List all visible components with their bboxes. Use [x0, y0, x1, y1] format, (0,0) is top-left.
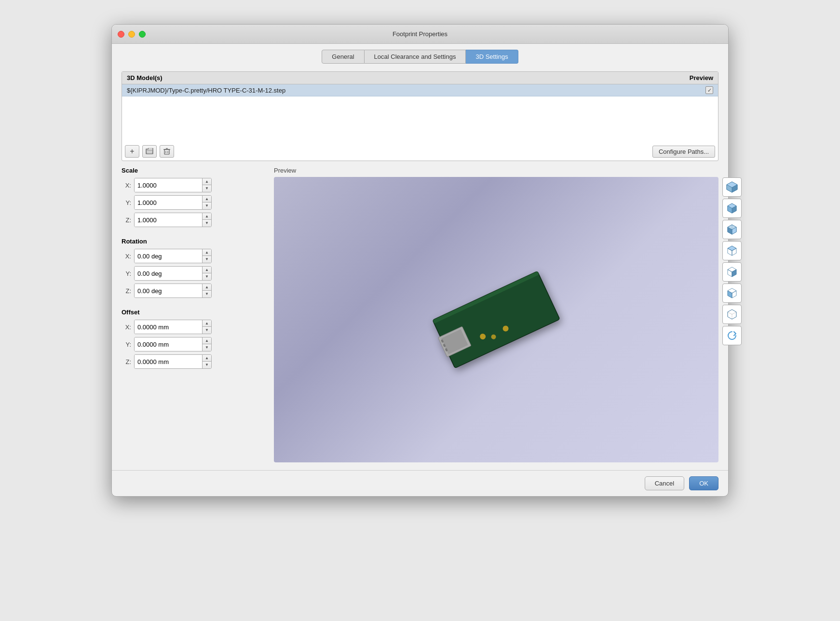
- tab-3d-settings[interactable]: 3D Settings: [466, 50, 518, 64]
- offset-x-up[interactable]: ▲: [203, 320, 211, 327]
- back-iso-cube-icon: [726, 223, 738, 236]
- svg-marker-32: [732, 270, 736, 277]
- scale-y-input[interactable]: [135, 196, 202, 209]
- offset-x-spinner: ▲ ▼: [202, 320, 211, 334]
- folder-icon: [146, 148, 153, 155]
- scale-y-label: Y:: [122, 199, 131, 206]
- preview-panel: Preview: [274, 167, 718, 462]
- dialog-footer: Cancel OK: [112, 470, 728, 496]
- offset-y-up[interactable]: ▲: [203, 338, 211, 344]
- preview-viewport[interactable]: [274, 177, 718, 462]
- offset-z-label: Z:: [122, 358, 131, 365]
- rotation-z-up[interactable]: ▲: [203, 284, 211, 291]
- models-list: ${KIPRJMOD}/Type-C.pretty/HRO TYPE-C-31-…: [122, 84, 718, 142]
- open-folder-button[interactable]: [142, 145, 157, 158]
- scale-y-input-wrap: ▲ ▼: [134, 195, 212, 210]
- offset-z-up[interactable]: ▲: [203, 355, 211, 362]
- view-left-button[interactable]: [722, 284, 742, 303]
- offset-x-input[interactable]: [135, 320, 202, 334]
- rotation-x-down[interactable]: ▼: [203, 256, 211, 263]
- rotation-z-row: Z: ▲ ▼: [122, 284, 266, 298]
- tab-local-clearance[interactable]: Local Clearance and Settings: [365, 50, 466, 64]
- tab-general[interactable]: General: [322, 50, 364, 64]
- rotation-y-down[interactable]: ▼: [203, 273, 211, 280]
- svg-marker-33: [728, 270, 732, 277]
- scale-label: Scale: [122, 167, 266, 174]
- params-panel: Scale X: ▲ ▼ Y:: [122, 167, 266, 462]
- scale-x-spinner: ▲ ▼: [202, 178, 211, 192]
- model-visibility-checkbox[interactable]: ✓: [705, 86, 713, 94]
- models-header: 3D Model(s) Preview: [122, 72, 718, 84]
- scale-x-down[interactable]: ▼: [203, 185, 211, 192]
- offset-z-row: Z: ▲ ▼: [122, 354, 266, 369]
- rotation-x-input[interactable]: [135, 249, 202, 263]
- view-back-iso-button[interactable]: [722, 220, 742, 239]
- scale-x-input[interactable]: [135, 178, 202, 192]
- footprint-properties-dialog: Footprint Properties General Local Clear…: [111, 24, 729, 497]
- offset-y-spinner: ▲ ▼: [202, 338, 211, 351]
- view-front-button[interactable]: [722, 262, 742, 282]
- view-top-button[interactable]: [722, 241, 742, 260]
- scale-y-spinner: ▲ ▼: [202, 196, 211, 209]
- scale-x-up[interactable]: ▲: [203, 178, 211, 185]
- svg-marker-37: [728, 310, 736, 314]
- titlebar: Footprint Properties: [112, 25, 728, 44]
- scale-z-down[interactable]: ▼: [203, 220, 211, 227]
- offset-y-down[interactable]: ▼: [203, 344, 211, 351]
- offset-z-down[interactable]: ▼: [203, 362, 211, 368]
- models-header-label: 3D Model(s): [127, 74, 163, 81]
- view-front-iso-button[interactable]: [722, 199, 742, 218]
- add-model-button[interactable]: +: [125, 145, 139, 158]
- lower-section: Scale X: ▲ ▼ Y:: [122, 167, 718, 462]
- ok-button[interactable]: OK: [689, 476, 718, 490]
- scale-y-row: Y: ▲ ▼: [122, 195, 266, 210]
- rotation-y-input[interactable]: [135, 267, 202, 280]
- scale-z-input[interactable]: [135, 213, 202, 227]
- rotation-z-input-wrap: ▲ ▼: [134, 284, 212, 298]
- front-view-cube-icon: [726, 266, 738, 278]
- scale-y-down[interactable]: ▼: [203, 202, 211, 209]
- scale-z-up[interactable]: ▲: [203, 213, 211, 220]
- delete-model-button[interactable]: [160, 145, 174, 158]
- view-reset-button[interactable]: [722, 326, 742, 345]
- minimize-button[interactable]: [128, 31, 135, 38]
- rotation-x-row: X: ▲ ▼: [122, 249, 266, 263]
- offset-y-input-wrap: ▲ ▼: [134, 337, 212, 351]
- rotation-x-up[interactable]: ▲: [203, 249, 211, 256]
- offset-x-label: X:: [122, 324, 131, 331]
- rotation-y-input-wrap: ▲ ▼: [134, 266, 212, 281]
- tab-bar: General Local Clearance and Settings 3D …: [112, 44, 728, 64]
- configure-paths-button[interactable]: Configure Paths...: [652, 146, 715, 158]
- scale-z-input-wrap: ▲ ▼: [134, 213, 212, 227]
- offset-group: Offset X: ▲ ▼ Y:: [122, 309, 266, 372]
- view-iso-button[interactable]: [722, 177, 742, 197]
- scale-z-row: Z: ▲ ▼: [122, 213, 266, 227]
- scale-x-label: X:: [122, 182, 131, 189]
- left-view-cube-icon: [726, 287, 738, 299]
- cancel-button[interactable]: Cancel: [645, 476, 684, 490]
- preview-label: Preview: [274, 167, 718, 174]
- view-right-button[interactable]: [722, 305, 742, 324]
- scale-x-input-wrap: ▲ ▼: [134, 178, 212, 192]
- rotation-z-down[interactable]: ▼: [203, 291, 211, 297]
- rotation-x-spinner: ▲ ▼: [202, 249, 211, 263]
- rotation-y-up[interactable]: ▲: [203, 267, 211, 273]
- offset-x-row: X: ▲ ▼: [122, 320, 266, 334]
- offset-x-input-wrap: ▲ ▼: [134, 320, 212, 334]
- scale-z-spinner: ▲ ▼: [202, 213, 211, 227]
- rotation-z-input[interactable]: [135, 284, 202, 297]
- models-section: 3D Model(s) Preview ${KIPRJMOD}/Type-C.p…: [122, 71, 718, 161]
- rotation-y-row: Y: ▲ ▼: [122, 266, 266, 281]
- window-title: Footprint Properties: [393, 30, 447, 38]
- trash-icon: [163, 148, 171, 155]
- offset-z-input[interactable]: [135, 355, 202, 368]
- offset-x-down[interactable]: ▼: [203, 327, 211, 334]
- model-row[interactable]: ${KIPRJMOD}/Type-C.pretty/HRO TYPE-C-31-…: [122, 84, 718, 96]
- scale-y-up[interactable]: ▲: [203, 196, 211, 202]
- rotation-z-spinner: ▲ ▼: [202, 284, 211, 297]
- model-path: ${KIPRJMOD}/Type-C.pretty/HRO TYPE-C-31-…: [127, 87, 285, 94]
- maximize-button[interactable]: [139, 31, 146, 38]
- svg-marker-36: [728, 291, 732, 298]
- close-button[interactable]: [118, 31, 124, 38]
- offset-y-input[interactable]: [135, 338, 202, 351]
